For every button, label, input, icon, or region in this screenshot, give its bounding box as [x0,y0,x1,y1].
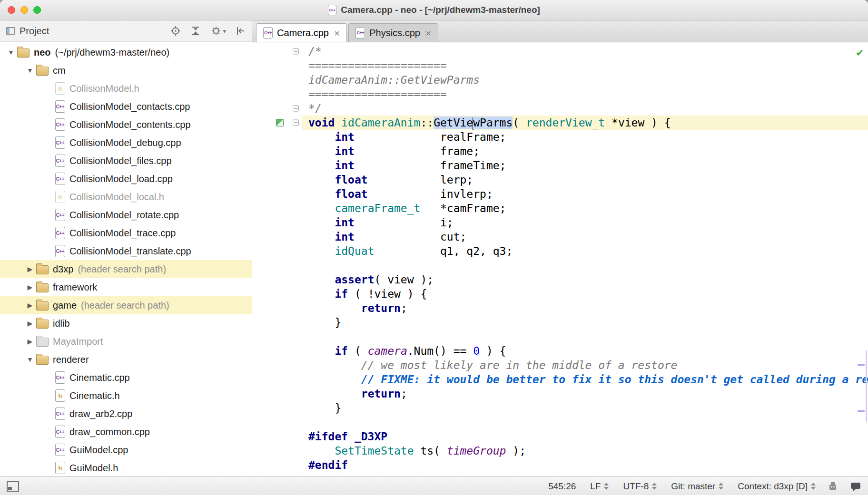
tree-item[interactable]: C++CollisionModel_rotate.cpp [0,206,252,224]
tree-expand-arrow[interactable]: ▶ [24,301,36,309]
gutter [252,158,302,173]
code-line-text: float invlerp; [302,187,868,201]
code-line[interactable]: if ( camera.Num() == 0 ) { [252,344,868,358]
event-log-icon[interactable] [850,481,861,492]
tree-item[interactable]: hCollisionModel_local.h [0,188,252,206]
tree-item[interactable]: ▼renderer [0,350,252,369]
code-token: } [308,316,341,329]
scroll-from-source-icon[interactable] [170,26,181,36]
tree-expand-arrow[interactable]: ▶ [24,338,36,345]
tree-item[interactable]: C++CollisionModel_files.cpp [0,152,252,170]
code-line[interactable]: */ [252,101,868,116]
code-line[interactable]: /* [252,44,868,58]
tree-collapse-arrow[interactable]: ▼ [24,67,36,74]
tree-item-label: CollisionModel_load.cpp [69,174,173,184]
collapse-all-icon[interactable] [190,26,201,36]
code-line[interactable]: ===================== [252,87,868,101]
tree-item[interactable]: C++CollisionModel_contacts.cpp [0,97,252,116]
code-line[interactable]: cameraFrame_t *camFrame; [252,201,868,215]
code-editor[interactable]: ✔ /*=====================idCameraAnim::G… [252,42,868,476]
zoom-window-button[interactable] [33,6,41,14]
code-line[interactable] [252,415,868,429]
tree-item[interactable]: C++CollisionModel_translate.cpp [0,242,252,260]
code-line[interactable]: SetTimeState ts( timeGroup ); [252,444,868,458]
line-separator-widget[interactable]: LF [590,481,609,492]
tree-item[interactable]: C++CollisionModel_contents.cpp [0,116,252,134]
tree-item[interactable]: ▶MayaImport [0,332,252,350]
editor-tab[interactable]: C++Physics.cpp× [348,23,438,42]
indent-spacer [0,359,24,360]
code-line[interactable]: } [252,401,868,415]
fold-toggle-icon[interactable] [293,120,299,126]
tree-item[interactable]: C++draw_arb2.cpp [0,405,252,423]
tree-expand-arrow[interactable]: ▶ [24,283,36,291]
code-line[interactable]: if ( !view ) { [252,287,868,301]
caret-position[interactable]: 545:26 [548,481,576,492]
tree-item[interactable]: ▶game(header search path) [0,296,252,314]
resolve-context-widget[interactable]: Context: d3xp [D] [738,481,816,492]
tree-item[interactable]: C++GuiModel.cpp [0,441,252,459]
code-line-text: return; [302,301,868,315]
tree-item[interactable]: C++draw_common.cpp [0,423,252,441]
code-line[interactable]: // we most likely are in the middle of a… [252,358,868,372]
code-line[interactable]: // FIXME: it would be better to fix it s… [252,372,868,387]
code-line[interactable]: } [252,315,868,330]
code-line[interactable]: int frame; [252,144,868,158]
code-line[interactable]: idCameraAnim::GetViewParms [252,73,868,87]
tree-item[interactable]: C++CollisionModel_load.cpp [0,170,252,188]
tree-item[interactable]: ▶d3xp(header search path) [0,260,252,278]
tree-item[interactable]: C++CollisionModel_trace.cpp [0,224,252,242]
tree-item[interactable]: hCollisionModel.h [0,79,252,97]
close-window-button[interactable] [8,6,15,14]
indent-spacer [0,143,43,143]
tree-item[interactable]: ▶idlib [0,314,252,332]
tree-item[interactable]: hGuiModel.h [0,459,252,476]
code-line[interactable]: void idCameraAnim::GetViewParms( renderV… [252,116,868,130]
vcs-change-marker[interactable] [858,410,865,412]
close-icon[interactable]: × [425,28,431,38]
hide-panel-icon[interactable] [236,26,246,36]
settings-gear-icon[interactable]: ▾ [210,25,226,37]
editor-tab[interactable]: C++Camera.cpp× [256,23,347,42]
code-line[interactable]: idQuat q1, q2, q3; [252,244,868,258]
tree-collapse-arrow[interactable]: ▼ [5,49,17,56]
encoding-widget[interactable]: UTF-8 [623,481,657,492]
code-line[interactable]: int i; [252,215,868,230]
code-token [308,388,361,400]
scrollbar-thumb[interactable] [866,350,867,422]
code-line[interactable]: float lerp; [252,173,868,187]
code-line[interactable]: #ifdef _D3XP [252,429,868,444]
tree-item[interactable]: ▶framework [0,278,252,296]
code-line[interactable] [252,258,868,272]
minimize-window-button[interactable] [20,6,28,14]
tree-expand-arrow[interactable]: ▶ [24,265,36,273]
tree-item[interactable]: ▼neo(~/prj/dhewm3-master/neo) [0,43,252,61]
code-line[interactable] [252,330,868,344]
code-line[interactable]: assert( view ); [252,272,868,287]
code-line[interactable]: ===================== [252,58,868,73]
code-line[interactable]: int cut; [252,230,868,244]
tree-collapse-arrow[interactable]: ▼ [24,356,36,363]
fold-toggle-icon[interactable] [293,106,299,112]
code-line[interactable]: return; [252,301,868,315]
cpp-file-icon: C++ [55,245,65,257]
code-line[interactable]: int frameTime; [252,158,868,173]
tree-item[interactable]: ▼cm [0,61,252,79]
fold-toggle-icon[interactable] [293,49,299,55]
code-line[interactable]: int realFrame; [252,130,868,144]
tree-expand-arrow[interactable]: ▶ [24,320,36,327]
close-icon[interactable]: × [334,28,340,38]
tree-item[interactable]: hCinematic.h [0,387,252,405]
code-line[interactable]: float invlerp; [252,187,868,201]
highlighting-level-icon[interactable] [827,481,838,492]
git-branch-widget[interactable]: Git: master [671,481,723,492]
tree-item-label: CollisionModel_files.cpp [69,155,172,166]
tool-window-switcher-icon[interactable] [7,481,19,492]
code-line[interactable]: #endif [252,458,868,472]
tree-item[interactable]: C++CollisionModel_debug.cpp [0,134,252,152]
tree-item[interactable]: C++Cinematic.cpp [0,369,252,387]
implemented-marker-icon[interactable] [276,119,284,126]
vcs-change-marker[interactable] [858,364,865,366]
inspections-status-icon[interactable]: ✔ [857,45,863,59]
code-line[interactable]: return; [252,387,868,401]
